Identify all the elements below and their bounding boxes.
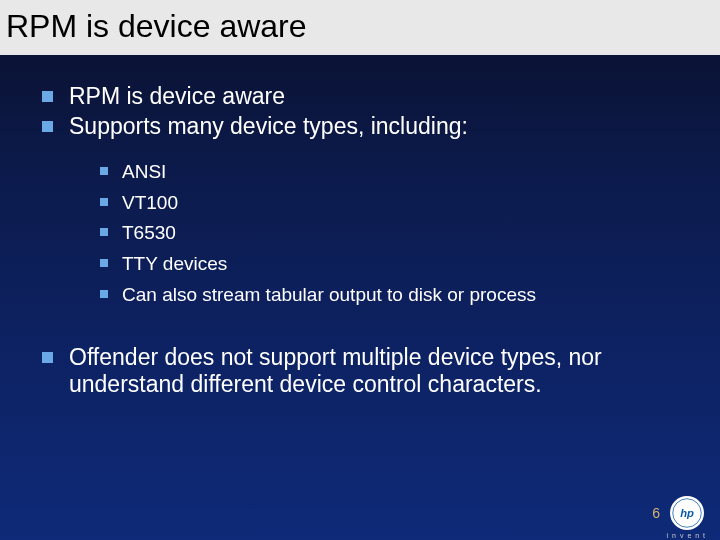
square-bullet-icon: [42, 121, 53, 132]
bullet-level2: TTY devices: [100, 252, 700, 276]
bullet-text: TTY devices: [122, 252, 227, 276]
square-bullet-icon: [100, 167, 108, 175]
page-number: 6: [652, 505, 660, 521]
bullet-level2: T6530: [100, 221, 700, 245]
bullet-text: Supports many device types, including:: [69, 113, 468, 141]
hp-tagline: i n v e n t: [667, 532, 706, 539]
bullet-text: ANSI: [122, 160, 166, 184]
square-bullet-icon: [100, 290, 108, 298]
spacer: [20, 322, 700, 344]
bullet-text: T6530: [122, 221, 176, 245]
bullet-level1: RPM is device aware: [20, 83, 700, 111]
svg-text:hp: hp: [680, 507, 694, 519]
square-bullet-icon: [42, 91, 53, 102]
hp-logo-icon: hp: [670, 496, 704, 530]
square-bullet-icon: [100, 228, 108, 236]
bullet-text: Can also stream tabular output to disk o…: [122, 283, 536, 307]
bullet-level2: VT100: [100, 191, 700, 215]
bullet-text: Offender does not support multiple devic…: [69, 344, 700, 399]
bullet-level1: Offender does not support multiple devic…: [20, 344, 700, 399]
bullet-level1: Supports many device types, including:: [20, 113, 700, 141]
bullet-level2: Can also stream tabular output to disk o…: [100, 283, 700, 307]
slide-title: RPM is device aware: [0, 0, 720, 55]
square-bullet-icon: [100, 259, 108, 267]
slide-footer: 6 hp: [652, 496, 704, 530]
sub-bullet-group: ANSI VT100 T6530 TTY devices Can also st…: [20, 144, 700, 322]
square-bullet-icon: [100, 198, 108, 206]
bullet-level2: ANSI: [100, 160, 700, 184]
square-bullet-icon: [42, 352, 53, 363]
slide-content: RPM is device aware Supports many device…: [0, 55, 720, 399]
slide: RPM is device aware RPM is device aware …: [0, 0, 720, 540]
bullet-text: VT100: [122, 191, 178, 215]
bullet-text: RPM is device aware: [69, 83, 285, 111]
